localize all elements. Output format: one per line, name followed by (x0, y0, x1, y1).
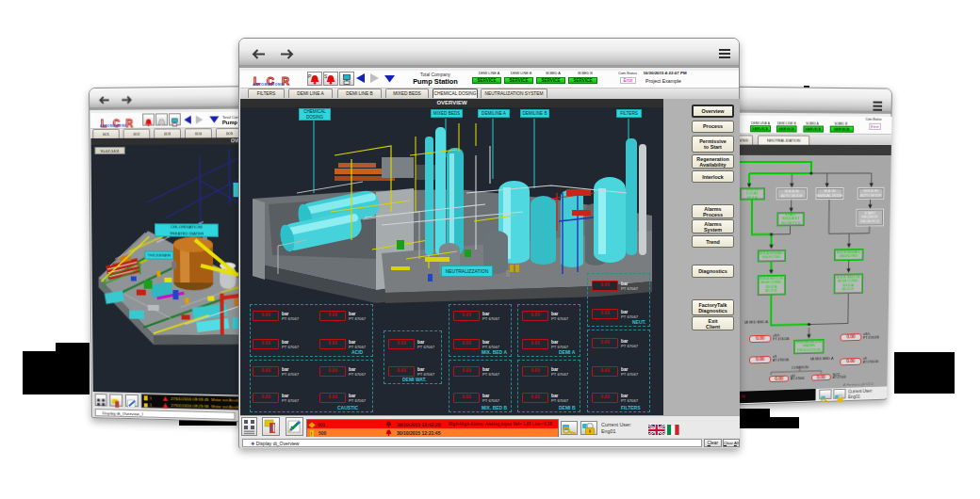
svg-text:P: P (308, 73, 312, 79)
svg-text:S: S (324, 73, 328, 79)
